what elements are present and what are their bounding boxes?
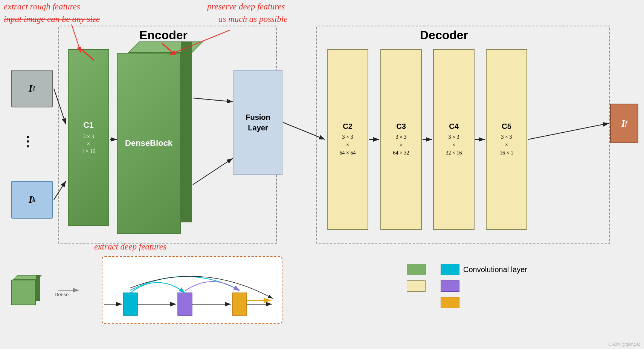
output-subscript: f	[625, 120, 627, 127]
c3-block: C3 3 × 3×64 × 32	[380, 49, 422, 230]
i1-subscript: 1	[32, 85, 35, 92]
legend-green	[407, 264, 426, 275]
denseblock-top	[128, 41, 203, 53]
denseblock-side	[181, 41, 192, 222]
bottom-arrow: Dense Block	[55, 283, 85, 298]
svg-rect-22	[232, 293, 247, 315]
svg-text:Block: Block	[55, 297, 67, 298]
c4-block: C4 3 × 3×32 × 16	[433, 49, 475, 230]
legend-convolutional-label: Convolutional layer	[463, 265, 527, 274]
input-i1: I1	[11, 70, 53, 107]
annotation-as-much: as much as possible	[218, 14, 287, 24]
c2-dims: 3 × 3×64 × 64	[340, 133, 356, 157]
bottom-section: Dense Block	[11, 256, 282, 324]
cube-front	[11, 280, 36, 305]
arc-svg	[102, 257, 276, 323]
svg-rect-21	[178, 293, 192, 315]
arc-diagram	[102, 256, 282, 324]
legend: Convolutional layer	[407, 264, 527, 308]
legend-purple	[441, 280, 459, 292]
output-letter: I	[621, 118, 625, 129]
fusion-box: FusionLayer	[233, 70, 282, 175]
annotation-preserve-deep: preserve deep features	[207, 2, 285, 12]
denseblock-label: DenseBlock	[125, 138, 172, 148]
legend-gold	[441, 297, 459, 308]
output-if: If	[610, 104, 638, 143]
c3-label: C3	[396, 122, 406, 131]
cube-right	[36, 275, 40, 301]
c4-dims: 3 × 3×32 × 16	[446, 133, 462, 157]
c2-label: C2	[343, 122, 353, 131]
main-container: extract rough features input image can b…	[0, 0, 644, 349]
fusion-label: FusionLayer	[246, 112, 270, 133]
ik-letter: I	[29, 194, 32, 205]
annotation-extract-deep: extract deep features	[94, 242, 166, 252]
c1-block: C1 3 × 3 × 1 × 16	[68, 49, 109, 226]
c5-block: C5 3 × 3×16 × 1	[486, 49, 527, 230]
dense-block-cube	[11, 275, 45, 305]
c2-block: C2 3 × 3×64 × 64	[327, 49, 368, 230]
watermark: CSDN @qiang42	[608, 341, 640, 347]
svg-text:Dense: Dense	[55, 292, 69, 297]
c5-label: C5	[502, 122, 511, 131]
denseblock-front: DenseBlock	[117, 53, 181, 234]
c1-label: C1	[83, 120, 94, 130]
annotation-extract-rough: extract rough features	[4, 2, 80, 12]
i1-letter: I	[29, 83, 32, 94]
ellipsis: ⋮	[21, 134, 34, 150]
c4-label: C4	[449, 122, 459, 131]
legend-yellow	[407, 280, 426, 292]
svg-rect-20	[123, 293, 137, 315]
denseblock-wrapper: DenseBlock	[117, 41, 192, 234]
c3-dims: 3 × 3×64 × 32	[393, 133, 409, 157]
legend-cyan	[441, 264, 459, 275]
input-ik: Ik	[11, 181, 53, 219]
ik-subscript: k	[32, 196, 35, 203]
annotation-input-size: input image can be any size	[4, 14, 100, 24]
c5-dims: 3 × 3×16 × 1	[500, 133, 513, 157]
c1-dims: 3 × 3 × 1 × 16	[82, 133, 95, 155]
